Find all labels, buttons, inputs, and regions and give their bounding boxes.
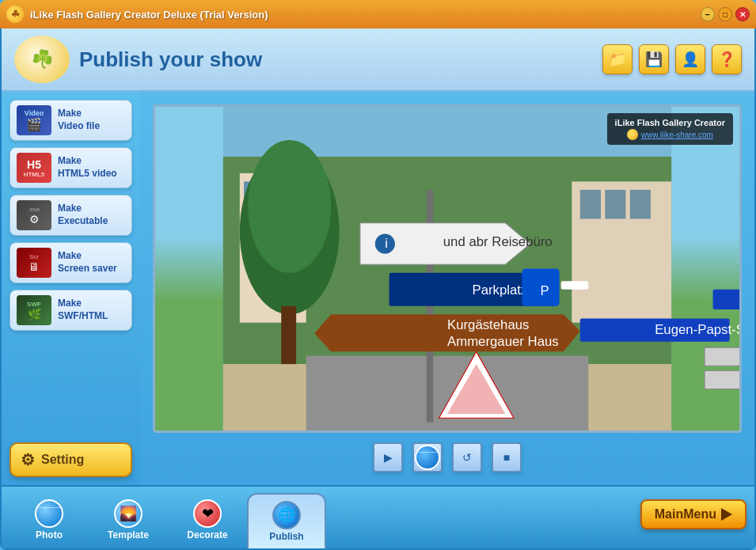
minimize-button[interactable]: − [701,7,715,21]
svg-rect-7 [580,190,601,219]
preview-area: i und abr Reisebüro Parkplatz P K [140,92,754,485]
watermark-url: www.ilike-share.com [641,131,713,139]
main-menu-arrow-icon [721,508,732,521]
svg-text:Parkplatz: Parkplatz [472,283,527,298]
refresh-button[interactable]: ↺ [452,442,482,472]
preview-image: i und abr Reisebüro Parkplatz P K [155,107,739,431]
bottom-nav: Photo 🌄 Template ❤ Decorate 🌐 Publish [2,485,754,548]
save-button[interactable]: 💾 [639,44,669,74]
watermark-logo-icon [627,129,638,140]
sidebar: Video 🎬 MakeVideo file H5 HTML5 MakeHTML… [2,92,140,485]
exec-label: MakeExecutable [58,203,108,227]
play-button[interactable]: ▶ [373,442,403,472]
svg-rect-8 [605,190,625,219]
photo-tab-icon [35,499,63,528]
svg-text:Eugen-Papst-Straße: Eugen-Papst-Straße [655,322,739,337]
screen-label: MakeScreen saver [58,250,117,275]
watermark-logo: www.ilike-share.com [615,129,725,140]
watermark-title: iLike Flash Gallery Creator [615,118,725,127]
photo-tab-label: Photo [36,529,63,541]
media-controls: ▶ ↺ ■ [153,442,742,472]
svg-text:P: P [540,283,549,298]
setting-label: Setting [41,453,84,467]
tab-photo[interactable]: Photo [9,493,89,545]
header-toolbar: 📁 💾 👤 ❓ [602,44,742,74]
video-label: MakeVideo file [58,108,100,132]
video-thumb: Video 🎬 [17,105,51,135]
publish-tab-icon: 🌐 [272,501,301,529]
page-title: Publish your show [79,47,262,72]
swf-thumb: SWF 🌿 [17,295,51,325]
scene-svg: i und abr Reisebüro Parkplatz P K [155,107,739,431]
app-icon: ☘ [6,6,24,23]
main-window: ☘️ Publish your show 📁 💾 👤 ❓ Video 🎬 Mak… [0,28,756,550]
main-menu-label: MainMenu [655,507,716,522]
ie-icon [415,445,440,470]
svg-rect-29 [713,290,739,309]
sidebar-item-screensaver[interactable]: Scr 🖥 MakeScreen saver [9,242,132,283]
svg-rect-14 [281,306,296,364]
svg-text:Kurgästehaus: Kurgästehaus [447,317,529,332]
stop-button[interactable]: ■ [492,442,522,472]
svg-rect-11 [306,356,589,431]
close-button[interactable]: ✕ [735,7,750,21]
publish-tab-label: Publish [269,531,303,542]
nav-tabs: Photo 🌄 Template ❤ Decorate 🌐 Publish [9,493,640,545]
template-tab-icon: 🌄 [114,499,142,528]
decorate-tab-icon: ❤ [193,499,222,528]
svg-text:Ammergauer Haus: Ammergauer Haus [447,334,559,349]
watermark-overlay: iLike Flash Gallery Creator www.ilike-sh… [607,113,733,145]
title-bar: ☘ iLike Flash Gallery Creator Deluxe (Tr… [0,0,756,28]
svg-point-13 [248,140,331,273]
gear-icon: ⚙ [21,450,35,469]
window-title: iLike Flash Gallery Creator Deluxe (Tria… [30,9,701,21]
browser-preview-button[interactable] [412,442,443,472]
svg-rect-24 [572,281,588,289]
tab-template[interactable]: 🌄 Template [89,493,168,545]
decorate-tab-label: Decorate [187,529,227,541]
sidebar-item-swf[interactable]: SWF 🌿 MakeSWF/HTML [9,290,132,331]
html5-label: MakeHTML5 video [58,155,117,180]
main-menu-button[interactable]: MainMenu [640,499,747,529]
svg-text:und abr Reisebüro: und abr Reisebüro [443,234,553,249]
exec-thumb: .exe ⚙ [17,200,51,230]
tab-decorate[interactable]: ❤ Decorate [168,493,247,545]
window-controls: − □ ✕ [701,7,750,21]
open-folder-button[interactable]: 📁 [602,44,633,74]
preview-container: i und abr Reisebüro Parkplatz P K [153,104,742,433]
svg-text:i: i [385,236,388,251]
html5-thumb: H5 HTML5 [17,153,51,183]
template-tab-label: Template [108,529,149,541]
header: ☘️ Publish your show 📁 💾 👤 ❓ [2,28,754,92]
app-logo: ☘️ [14,36,70,83]
sidebar-item-video[interactable]: Video 🎬 MakeVideo file [9,100,132,141]
sidebar-item-executable[interactable]: .exe ⚙ MakeExecutable [9,195,132,236]
setting-button[interactable]: ⚙ Setting [9,442,132,477]
restore-button[interactable]: □ [718,7,732,21]
tab-publish[interactable]: 🌐 Publish [247,493,326,548]
svg-rect-9 [630,190,651,219]
help-button[interactable]: ❓ [712,44,742,74]
sidebar-item-html5[interactable]: H5 HTML5 MakeHTML5 video [9,147,132,188]
swf-label: MakeSWF/HTML [58,298,108,322]
user-button[interactable]: 👤 [675,44,705,74]
content-area: Video 🎬 MakeVideo file H5 HTML5 MakeHTML… [2,92,754,485]
screen-thumb: Scr 🖥 [17,248,51,278]
